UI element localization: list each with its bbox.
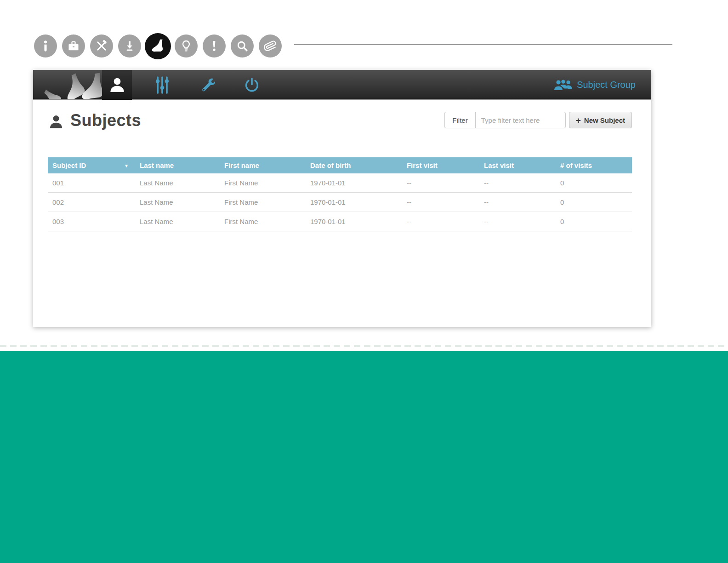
top-toolbar [34, 33, 287, 59]
person-icon [108, 76, 126, 94]
column-header-first-name[interactable]: First name [220, 157, 306, 173]
paperclip-icon[interactable] [259, 34, 282, 57]
teal-footer-band [0, 351, 728, 563]
subjects-table: Subject ID ▼ Last name First name Date o… [48, 157, 632, 231]
cell-last-visit: -- [479, 212, 556, 231]
cell-num-visits: 0 [556, 212, 632, 231]
column-header-date-of-birth[interactable]: Date of birth [306, 157, 402, 173]
info-icon[interactable] [34, 34, 57, 57]
plus-icon: + [576, 116, 581, 125]
briefcase-icon[interactable] [62, 34, 85, 57]
cell-last-name: Last Name [135, 212, 220, 231]
cell-first-name: First Name [220, 193, 306, 212]
foot-icon[interactable] [145, 33, 171, 59]
column-header-first-visit[interactable]: First visit [402, 157, 479, 173]
new-subject-button[interactable]: + New Subject [569, 112, 632, 128]
person-icon [48, 114, 64, 130]
footscan-logo-icon [40, 72, 102, 99]
page-heading: Subjects [48, 111, 141, 130]
cell-first-visit: -- [402, 193, 479, 212]
app-window: Subject Group Subjects Filter + New Subj… [33, 70, 651, 327]
cell-first-visit: -- [402, 212, 479, 231]
cell-last-name: Last Name [135, 193, 220, 212]
search-icon[interactable] [231, 34, 254, 57]
perforation-divider [0, 345, 728, 347]
nav-tab-power[interactable] [239, 70, 265, 100]
nav-tab-tools[interactable] [195, 70, 222, 100]
column-header-last-visit[interactable]: Last visit [479, 157, 556, 173]
column-header-subject-id[interactable]: Subject ID ▼ [48, 157, 135, 173]
cell-first-visit: -- [402, 173, 479, 193]
table-row[interactable]: 003 Last Name First Name 1970-01-01 -- -… [48, 212, 632, 231]
subjects-page: Subjects Filter + New Subject Subject ID… [33, 100, 651, 326]
cell-last-visit: -- [479, 173, 556, 193]
cell-subject-id: 002 [48, 193, 135, 212]
people-group-icon [554, 79, 572, 91]
filter-input[interactable] [475, 112, 566, 128]
new-subject-label: New Subject [584, 116, 625, 124]
cell-subject-id: 001 [48, 173, 135, 193]
filter-label: Filter [444, 112, 475, 128]
tools-icon[interactable] [90, 34, 113, 57]
cell-last-name: Last Name [135, 173, 220, 193]
cell-first-name: First Name [220, 212, 306, 231]
cell-first-name: First Name [220, 173, 306, 193]
power-icon [244, 77, 260, 93]
exclamation-icon[interactable] [203, 34, 226, 57]
cell-subject-id: 003 [48, 212, 135, 231]
nav-tab-subjects[interactable] [102, 70, 132, 100]
filter-bar: Filter + New Subject [444, 112, 632, 128]
wrench-icon [199, 76, 217, 94]
column-header-last-name[interactable]: Last name [135, 157, 220, 173]
subject-group-selector[interactable]: Subject Group [554, 70, 636, 100]
column-header-num-visits[interactable]: # of visits [556, 157, 632, 173]
subject-group-label: Subject Group [577, 80, 636, 90]
cell-last-visit: -- [479, 193, 556, 212]
cell-date-of-birth: 1970-01-01 [306, 212, 402, 231]
lightbulb-icon[interactable] [175, 34, 198, 57]
header-divider [294, 44, 672, 45]
table-row[interactable]: 001 Last Name First Name 1970-01-01 -- -… [48, 173, 632, 193]
nav-tab-measurement-settings[interactable] [149, 70, 176, 100]
table-row[interactable]: 002 Last Name First Name 1970-01-01 -- -… [48, 193, 632, 212]
cell-date-of-birth: 1970-01-01 [306, 173, 402, 193]
page-title: Subjects [70, 111, 141, 130]
cell-num-visits: 0 [556, 193, 632, 212]
cell-num-visits: 0 [556, 173, 632, 193]
navbar: Subject Group [33, 70, 651, 100]
download-icon[interactable] [118, 34, 141, 57]
table-header-row: Subject ID ▼ Last name First name Date o… [48, 157, 632, 173]
cell-date-of-birth: 1970-01-01 [306, 193, 402, 212]
sliders-icon [154, 76, 170, 94]
sort-descending-icon: ▼ [124, 163, 129, 168]
